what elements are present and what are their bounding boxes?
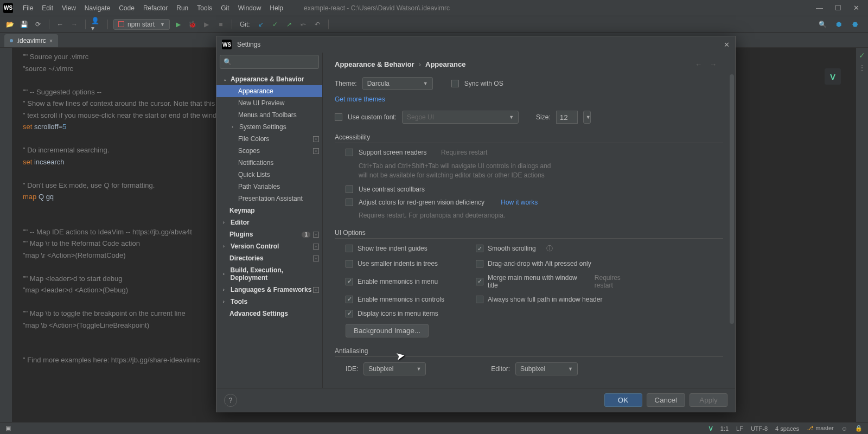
smaller-indent-checkbox[interactable] <box>346 260 353 267</box>
git-rollback-icon[interactable]: ↶ <box>312 19 323 30</box>
vim-status-icon[interactable]: V <box>709 425 712 432</box>
encoding[interactable]: UTF-8 <box>751 425 768 432</box>
nav-back-icon[interactable]: ← <box>695 60 710 68</box>
search-icon[interactable]: 🔍 <box>817 19 828 30</box>
cancel-button[interactable]: Cancel <box>647 393 686 407</box>
ok-button[interactable]: OK <box>604 393 642 407</box>
close-tab-icon[interactable]: × <box>49 37 53 44</box>
coverage-icon[interactable]: ▶ <box>201 19 212 30</box>
menu-window[interactable]: Window <box>234 2 266 14</box>
editor-tab[interactable]: .ideavimrc × <box>4 34 58 47</box>
menu-navigate[interactable]: Navigate <box>80 2 114 14</box>
tree-appearance[interactable]: Appearance <box>216 85 322 97</box>
kebab-icon[interactable]: ⋮ <box>859 64 865 72</box>
apply-button[interactable]: Apply <box>690 393 727 407</box>
scrollbar[interactable] <box>730 74 734 324</box>
debug-icon[interactable]: 🐞 <box>187 19 198 30</box>
caret-position[interactable]: 1:1 <box>720 425 729 432</box>
open-icon[interactable]: 📂 <box>4 19 15 30</box>
icons-menu-checkbox[interactable] <box>346 310 353 317</box>
tool-window-icon[interactable]: ▣ <box>5 425 11 432</box>
tree-new-ui[interactable]: New UI Preview <box>216 97 322 109</box>
contrast-checkbox[interactable] <box>346 186 353 193</box>
inspection-ok-icon[interactable]: ✓ <box>859 51 865 60</box>
ide-aa-select[interactable]: Subpixel▼ <box>363 362 426 375</box>
menu-refactor[interactable]: Refactor <box>139 2 172 14</box>
menu-run[interactable]: Run <box>172 2 193 14</box>
close-icon[interactable]: ✕ <box>853 4 859 12</box>
git-branch[interactable]: ⎇ master <box>807 425 834 432</box>
menu-edit[interactable]: Edit <box>37 2 58 14</box>
size-dropdown[interactable]: ▼ <box>583 111 591 124</box>
sync-os-checkbox[interactable] <box>451 80 459 87</box>
sync-icon[interactable]: ⟳ <box>33 19 43 30</box>
tree-keymap[interactable]: Keymap <box>216 205 322 216</box>
size-input[interactable] <box>556 111 578 124</box>
lock-icon[interactable]: 🔒 <box>855 425 863 432</box>
dialog-close-icon[interactable]: ✕ <box>724 41 730 49</box>
tree-advanced[interactable]: Advanced Settings <box>216 308 322 320</box>
bg-image-button[interactable]: Background Image... <box>346 324 429 337</box>
tree-quick-lists[interactable]: Quick Lists <box>216 169 322 181</box>
save-icon[interactable]: 💾 <box>18 19 29 30</box>
smooth-checkbox[interactable] <box>476 245 483 252</box>
font-select[interactable]: Segoe UI▼ <box>402 111 519 124</box>
help-button[interactable]: ? <box>224 394 237 407</box>
tree-lang[interactable]: ›Languages & Frameworks▫ <box>216 284 322 296</box>
ide-gear-icon[interactable]: ⬢ <box>833 19 844 30</box>
stop-icon[interactable]: ■ <box>215 19 226 30</box>
tree-indent-checkbox[interactable] <box>346 245 353 252</box>
merge-menu-checkbox[interactable] <box>476 278 483 285</box>
ide-hex-icon[interactable]: ⬣ <box>850 19 860 30</box>
menu-help[interactable]: Help <box>265 2 288 14</box>
menu-file[interactable]: File <box>18 2 37 14</box>
editor-aa-select[interactable]: Subpixel▼ <box>515 362 578 375</box>
line-sep[interactable]: LF <box>736 425 743 432</box>
tree-presentation[interactable]: Presentation Assistant <box>216 193 322 205</box>
full-path-checkbox[interactable] <box>476 296 483 303</box>
forward-icon[interactable]: → <box>69 19 80 30</box>
notifications-icon[interactable]: ☺ <box>841 425 847 432</box>
maximize-icon[interactable]: ☐ <box>835 4 841 12</box>
run-config-selector[interactable]: npm start▼ <box>113 19 170 30</box>
settings-search[interactable]: 🔍 <box>220 55 319 69</box>
ideavim-icon[interactable]: V <box>825 68 841 85</box>
menu-code[interactable]: Code <box>114 2 139 14</box>
mnem-ctrl-checkbox[interactable] <box>346 296 353 303</box>
minimize-icon[interactable]: — <box>816 4 823 12</box>
indent[interactable]: 4 spaces <box>775 425 799 432</box>
tree-file-colors[interactable]: File Colors▫ <box>216 133 322 145</box>
git-commit-icon[interactable]: ✓ <box>270 19 280 30</box>
tree-scopes[interactable]: Scopes▫ <box>216 145 322 157</box>
tree-path-vars[interactable]: Path Variables <box>216 181 322 193</box>
nav-fwd-icon[interactable]: → <box>710 60 724 68</box>
tree-appearance-behavior[interactable]: ⌄Appearance & Behavior <box>216 73 322 85</box>
tree-plugins[interactable]: Plugins1▫ <box>216 228 322 240</box>
tree-vc[interactable]: ›Version Control▫ <box>216 240 322 252</box>
theme-select[interactable]: Darcula▼ <box>362 77 433 90</box>
tree-tools[interactable]: ›Tools <box>216 296 322 308</box>
with-me-icon[interactable]: 👤▾ <box>91 19 102 30</box>
mnem-menu-checkbox[interactable] <box>346 278 353 285</box>
tree-build[interactable]: ›Build, Execution, Deployment <box>216 264 322 284</box>
tree-system[interactable]: ›System Settings <box>216 121 322 133</box>
menu-view[interactable]: View <box>58 2 80 14</box>
how-works-link[interactable]: How it works <box>501 199 538 206</box>
tree-dirs[interactable]: Directories▫ <box>216 252 322 264</box>
drag-alt-checkbox[interactable] <box>476 260 483 267</box>
info-icon[interactable]: ⓘ <box>546 244 553 253</box>
color-def-checkbox[interactable] <box>346 199 353 206</box>
menu-tools[interactable]: Tools <box>193 2 216 14</box>
custom-font-checkbox[interactable] <box>335 113 342 121</box>
back-icon[interactable]: ← <box>55 19 66 30</box>
more-themes-link[interactable]: Get more themes <box>335 95 385 103</box>
screen-readers-checkbox[interactable] <box>346 149 353 156</box>
tree-editor[interactable]: ›Editor <box>216 216 322 228</box>
run-icon[interactable]: ▶ <box>173 19 184 30</box>
git-update-icon[interactable]: ↙ <box>256 19 266 30</box>
tree-notifications[interactable]: Notifications <box>216 157 322 169</box>
menu-git[interactable]: Git <box>216 2 233 14</box>
git-history-icon[interactable]: ⤺ <box>298 19 309 30</box>
git-push-icon[interactable]: ↗ <box>284 19 295 30</box>
tree-menus[interactable]: Menus and Toolbars <box>216 109 322 121</box>
